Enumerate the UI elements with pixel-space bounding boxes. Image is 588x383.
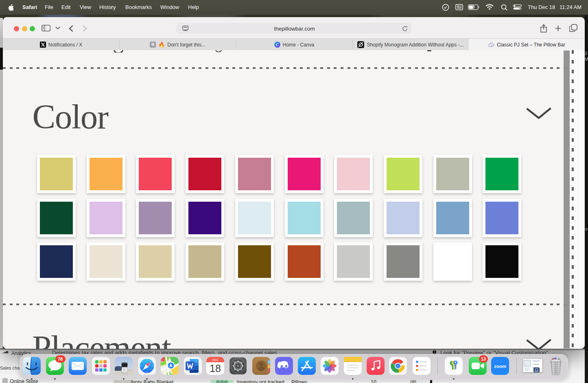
svg-text:C: C (276, 42, 279, 47)
svg-text:R: R (151, 42, 155, 47)
svg-text:DEC: DEC (212, 358, 219, 362)
svg-text:zoom: zoom (494, 364, 506, 369)
svg-text:18: 18 (210, 363, 221, 374)
